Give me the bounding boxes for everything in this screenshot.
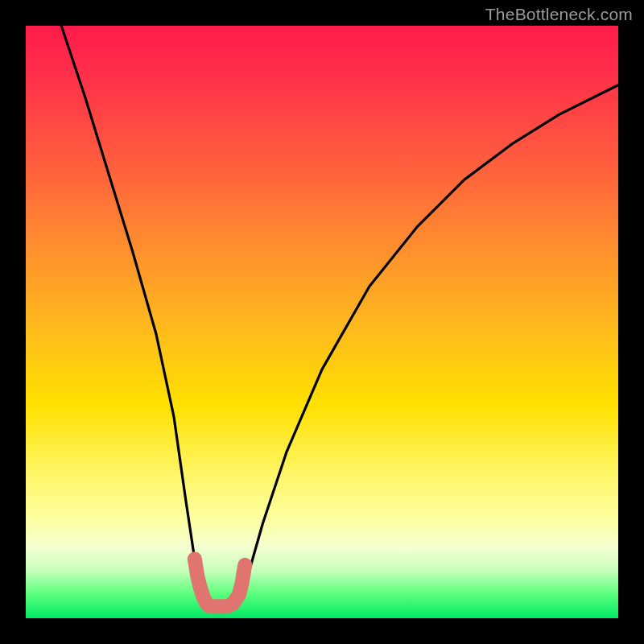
bottleneck-curve: [61, 26, 618, 606]
chart-frame: TheBottleneck.com: [0, 0, 644, 644]
watermark-text: TheBottleneck.com: [485, 5, 633, 24]
highlight-markers: [195, 559, 245, 606]
curve-svg: [26, 26, 618, 618]
plot-area: [26, 26, 618, 618]
